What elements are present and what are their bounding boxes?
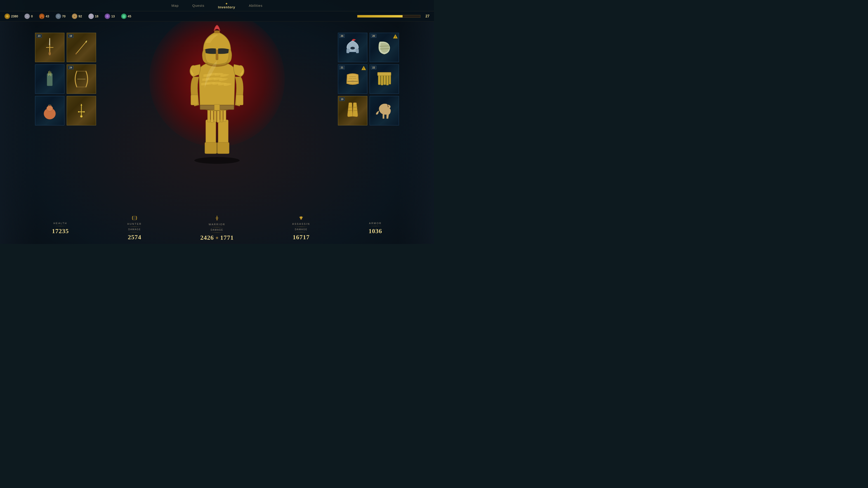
- nav-item-inventory[interactable]: Inventory: [218, 2, 235, 9]
- level-badge: 27: [423, 14, 430, 18]
- stat-hunter: HUNTER DAMAGE 2574: [127, 216, 142, 241]
- warrior-value2: 1771: [220, 234, 234, 241]
- svg-rect-90: [216, 219, 218, 220]
- hunter-divider2: [128, 232, 141, 232]
- slot-helmet[interactable]: 26: [338, 33, 367, 62]
- resource-token: 0: [24, 13, 33, 19]
- xp-fill: [358, 15, 403, 18]
- leather-value: 92: [79, 14, 82, 18]
- svg-line-62: [348, 107, 352, 107]
- main-content: 23 19: [0, 22, 434, 244]
- armor-label: ARMOR: [369, 222, 382, 225]
- slot-quiver[interactable]: [35, 64, 64, 94]
- ability-item-image: [67, 96, 96, 125]
- warrior-sep: ◆: [216, 235, 218, 240]
- stone-icon: ⬡: [56, 13, 61, 19]
- svg-rect-24: [47, 73, 53, 86]
- svg-point-2: [26, 15, 28, 17]
- pouch-item-image: [35, 96, 64, 125]
- svg-rect-83: [216, 50, 218, 60]
- crystal-icon: [105, 13, 110, 19]
- svg-rect-80: [191, 95, 198, 105]
- slot-boots[interactable]: 19: [338, 96, 367, 125]
- stat-warrior: WARRIOR DAMAGE 2426 ◆ 1771: [200, 215, 234, 241]
- slot-bow[interactable]: 24: [67, 64, 96, 94]
- svg-rect-57: [378, 76, 380, 85]
- nav-item-map[interactable]: Map: [172, 4, 179, 7]
- hunter-label: HUNTER: [127, 223, 142, 225]
- svg-rect-46: [346, 49, 349, 53]
- horse-item-image: [370, 96, 399, 125]
- xp-bar: [357, 15, 421, 18]
- svg-line-64: [353, 107, 358, 107]
- nav-item-abilities[interactable]: Abilities: [249, 4, 263, 7]
- svg-point-18: [49, 52, 51, 55]
- assassin-icon: [298, 216, 304, 221]
- warrior-divider2: [210, 232, 224, 233]
- stat-assassin: ASSASSIN DAMAGE 16717: [292, 216, 310, 241]
- xp-container: 27: [357, 14, 430, 18]
- svg-point-43: [78, 111, 79, 112]
- nav-items-container: Map Quests Inventory Abilities: [172, 2, 263, 9]
- svg-text:!: !: [395, 35, 396, 38]
- svg-line-65: [353, 110, 358, 111]
- slot-pouch[interactable]: [35, 96, 64, 125]
- svg-line-63: [348, 110, 352, 111]
- slot-sword-level: 23: [36, 34, 42, 38]
- resource-wood: 43: [39, 13, 49, 19]
- svg-rect-79: [214, 104, 220, 110]
- slot-sword[interactable]: 23: [35, 33, 64, 62]
- svg-point-44: [84, 111, 85, 112]
- stat-armor: ARMOR 1036: [369, 222, 382, 235]
- quiver-item-image: [35, 65, 64, 94]
- hunter-value: 2574: [128, 234, 141, 241]
- svg-point-67: [194, 157, 240, 164]
- svg-point-35: [46, 106, 53, 111]
- wood-value: 43: [46, 14, 49, 18]
- slot-ability[interactable]: [67, 96, 96, 125]
- svg-point-42: [80, 115, 83, 118]
- slot-horse[interactable]: [370, 96, 399, 125]
- health-divider: [54, 226, 67, 226]
- warrior-values: 2426 ◆ 1771: [200, 234, 234, 241]
- resource-leather: 92: [72, 13, 82, 19]
- hunter-icon: [132, 216, 137, 221]
- svg-point-66: [388, 106, 389, 107]
- slot-bracers-warning: !: [393, 34, 398, 39]
- resource-cloth: 18: [88, 13, 98, 19]
- resource-gem: 45: [121, 13, 131, 19]
- slot-waist[interactable]: 22: [370, 64, 399, 94]
- svg-marker-28: [48, 71, 49, 73]
- health-value: 17235: [52, 228, 69, 235]
- svg-line-21: [76, 41, 87, 54]
- top-navigation: Map Quests Inventory Abilities: [0, 0, 434, 11]
- slot-bracers[interactable]: 20 !: [370, 33, 399, 62]
- armor-divider: [369, 226, 382, 226]
- armor-value: 1036: [369, 228, 382, 235]
- svg-marker-40: [81, 104, 82, 105]
- svg-rect-4: [41, 17, 42, 18]
- svg-rect-47: [356, 49, 359, 53]
- gold-icon: [4, 13, 10, 19]
- warrior-divider: [210, 227, 224, 227]
- svg-rect-55: [351, 80, 354, 82]
- warrior-sublabel: DAMAGE: [211, 229, 223, 231]
- slot-chest[interactable]: 21 !: [338, 64, 367, 94]
- resources-bar: 2380 0 43 ⬡ 70: [0, 11, 434, 22]
- leather-icon: [72, 13, 77, 19]
- hunter-sublabel: DAMAGE: [128, 228, 141, 231]
- slot-boots-level: 19: [339, 97, 345, 101]
- stats-bar: HEALTH 17235 HUNTER DAMAGE 2574: [0, 217, 434, 239]
- svg-point-8: [73, 15, 76, 17]
- slot-spear[interactable]: 19: [67, 33, 96, 62]
- svg-rect-58: [381, 76, 383, 85]
- stone-value: 70: [62, 14, 66, 18]
- crystal-value: 13: [111, 14, 115, 18]
- slot-waist-level: 22: [371, 66, 376, 69]
- nav-item-quests[interactable]: Quests: [192, 4, 205, 7]
- health-label: HEALTH: [54, 222, 67, 225]
- svg-rect-81: [236, 95, 243, 105]
- cloth-icon: [88, 13, 94, 19]
- assassin-value: 16717: [293, 234, 310, 241]
- svg-rect-61: [389, 76, 391, 84]
